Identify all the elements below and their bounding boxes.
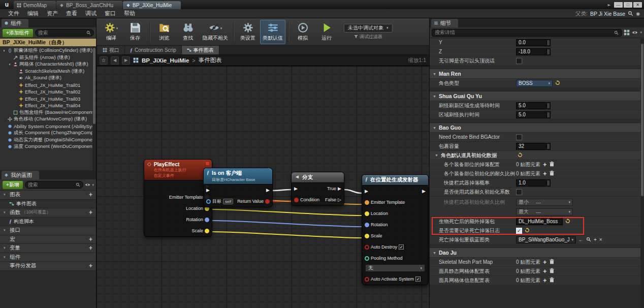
- component-tree-item[interactable]: ▾网格体 (CharacterMesh0) (继承): [0, 61, 96, 68]
- titlebar-tab[interactable]: BP_Boss_JianChiHu: [56, 1, 122, 9]
- data-pin[interactable]: [365, 277, 369, 282]
- category-header[interactable]: ▼Dao Ju: [430, 248, 644, 258]
- doc-tab[interactable]: ƒConstruction Scrip: [125, 46, 182, 54]
- myblueprint-search-input[interactable]: 搜索: [25, 181, 84, 189]
- myblueprint-section-header[interactable]: ▾组件: [0, 253, 96, 262]
- toolbar-play-button[interactable]: 运行: [315, 20, 338, 44]
- component-tree-item[interactable]: Effect_JX_HuiMie_Trail02: [0, 88, 96, 96]
- data-pin[interactable]: [365, 200, 369, 205]
- components-scrollbar[interactable]: [92, 46, 96, 170]
- add-element-button[interactable]: +: [543, 162, 546, 167]
- data-pin[interactable]: [365, 211, 369, 216]
- node-is-on-client[interactable]: ƒIs on 客户端目标是HCharacter Base▶▶目标selfRetu…: [203, 168, 273, 207]
- view-options-icon[interactable]: [85, 182, 90, 188]
- menu-item[interactable]: 文件: [4, 10, 23, 17]
- titlebar-tab[interactable]: BP_JiXie_HuiMie: [123, 1, 181, 9]
- pin-checkbox[interactable]: ✓: [399, 244, 404, 250]
- bookmark-star-icon[interactable]: ☆: [100, 56, 108, 65]
- toolbar-browse-button[interactable]: 浏览: [152, 20, 176, 44]
- breadcrumb-blueprint[interactable]: BP_JiXie_HuiMie: [142, 57, 189, 64]
- doc-tab[interactable]: 事件图表: [182, 46, 219, 54]
- reset-to-default-button[interactable]: [565, 219, 570, 225]
- component-tree-item[interactable]: 温度 Component (WenDuComponent) (继承): [0, 143, 96, 150]
- use-selected-button[interactable]: ←: [578, 237, 584, 242]
- myblueprint-item[interactable]: 事件图表: [0, 200, 96, 209]
- exec-pin[interactable]: ▶: [266, 188, 270, 193]
- menu-item[interactable]: 编辑: [23, 10, 43, 17]
- tab-details[interactable]: 细节: [431, 19, 458, 27]
- menu-item[interactable]: 资产: [43, 10, 62, 17]
- debug-filter[interactable]: 调试过滤器: [354, 34, 382, 40]
- debug-object-dropdown[interactable]: 未选中调试对象 ▾: [344, 24, 393, 33]
- component-tree-item[interactable]: 角色移动 (CharMoveComp) (继承): [0, 116, 96, 123]
- menu-item[interactable]: 窗口: [101, 10, 120, 17]
- maximize-button[interactable]: □: [624, 2, 632, 8]
- add-component-button[interactable]: +添加组件: [2, 28, 34, 38]
- tab-components[interactable]: 组件: [2, 19, 28, 27]
- number-input[interactable]: 5.0: [516, 102, 551, 109]
- browse-asset-button[interactable]: [586, 237, 591, 243]
- exec-pin[interactable]: ▷: [338, 197, 341, 202]
- components-search-input[interactable]: 搜索: [35, 29, 94, 37]
- exec-pin[interactable]: ▶: [422, 189, 426, 194]
- menu-item[interactable]: 查看: [62, 10, 81, 17]
- back-button[interactable]: ◀: [111, 56, 119, 65]
- exec-pin[interactable]: ▶: [365, 189, 368, 194]
- data-pin[interactable]: [265, 199, 270, 204]
- data-pin[interactable]: [205, 229, 209, 233]
- myblueprint-section-header[interactable]: ▾图表+: [0, 191, 96, 200]
- expander-icon[interactable]: ▾: [8, 63, 12, 67]
- data-pin[interactable]: [365, 256, 369, 261]
- category-header[interactable]: ▼Shua Guai Qu Yu: [430, 91, 644, 101]
- component-tree-item[interactable]: ▾胶囊体组件 (CollisionCylinder) (继承): [0, 47, 96, 54]
- checkbox[interactable]: [516, 189, 522, 195]
- details-search-input[interactable]: 搜索详情: [432, 29, 622, 37]
- component-tree-item[interactable]: 成长 Component (ChengZhangComponent): [0, 130, 96, 137]
- add-new-button[interactable]: +新增: [2, 180, 23, 190]
- share-icon[interactable]: ➣: [606, 2, 611, 8]
- number-input[interactable]: 1.0: [516, 179, 551, 187]
- number-input[interactable]: 32: [516, 143, 551, 150]
- add-button[interactable]: +: [89, 210, 92, 215]
- reset-to-default-button[interactable]: [525, 228, 530, 234]
- delete-elements-button[interactable]: [549, 259, 555, 265]
- checkbox[interactable]: [516, 58, 522, 64]
- data-pin[interactable]: [205, 218, 209, 222]
- add-element-button[interactable]: +: [543, 260, 546, 265]
- number-input[interactable]: 0.0: [516, 39, 551, 46]
- myblueprint-item[interactable]: ƒ构造脚本: [0, 218, 96, 227]
- property-matrix-icon[interactable]: [624, 29, 630, 36]
- component-tree-item[interactable]: 动态实力调整 (DongtaiShiliComponent) (继承): [0, 137, 96, 144]
- component-tree-item[interactable]: Effect_JX_HuiMie_Trail04: [0, 102, 96, 109]
- add-element-button[interactable]: +: [543, 269, 546, 274]
- checkbox[interactable]: [516, 134, 522, 140]
- number-input[interactable]: 5.0: [516, 111, 551, 118]
- myblueprint-section-header[interactable]: 事件分发器+: [0, 262, 96, 271]
- delete-elements-button[interactable]: [549, 268, 555, 274]
- add-button[interactable]: +: [594, 237, 597, 242]
- exec-pin[interactable]: ▶: [338, 186, 341, 191]
- expander-icon[interactable]: ▾: [2, 49, 6, 53]
- component-tree-item[interactable]: Effect_JX_HuiMie_Trail01: [0, 82, 96, 89]
- breadcrumb-graph[interactable]: 事件图表: [199, 56, 222, 64]
- pin-enum-dropdown[interactable]: 无▾: [365, 264, 425, 272]
- data-pin[interactable]: [365, 234, 369, 238]
- delete-elements-button[interactable]: [549, 170, 555, 177]
- data-pin[interactable]: [206, 199, 211, 204]
- property-group-header[interactable]: ▼角色默认道具初始化数据: [430, 151, 644, 160]
- data-pin[interactable]: [294, 198, 299, 202]
- close-button[interactable]: ✕: [633, 2, 642, 8]
- add-button[interactable]: +: [89, 263, 92, 268]
- toolbar-find-button[interactable]: 查找: [176, 20, 200, 44]
- clear-button[interactable]: ×: [599, 237, 602, 242]
- myblueprint-section-header[interactable]: ▾接口: [0, 226, 96, 235]
- tab-my-blueprint[interactable]: 我的蓝图: [2, 171, 39, 179]
- node-branch[interactable]: ◄分支▶True▶ConditionFalse▷: [291, 172, 344, 206]
- data-pin[interactable]: [365, 223, 369, 227]
- text-input[interactable]: DL_HuiMie_Boss: [516, 218, 563, 225]
- toolbar-class-defaults-button[interactable]: 类默认值: [260, 20, 285, 44]
- category-header[interactable]: ▼Bao Guo: [430, 123, 644, 133]
- search-parent-icon[interactable]: [628, 11, 633, 16]
- reset-to-default-button[interactable]: [518, 152, 523, 159]
- add-button[interactable]: +: [89, 237, 92, 242]
